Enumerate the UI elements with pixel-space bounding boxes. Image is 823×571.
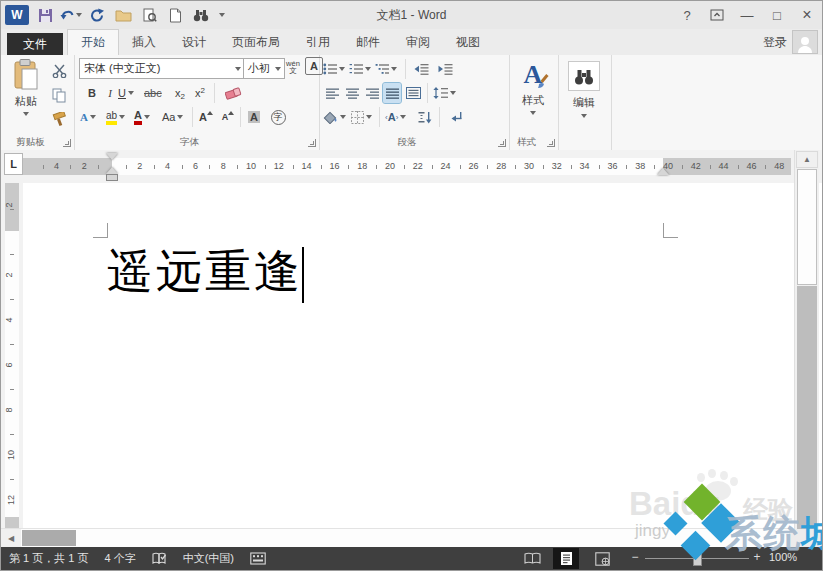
- phonetic-guide-button[interactable]: wén文: [283, 57, 303, 77]
- shading-button[interactable]: [323, 107, 346, 127]
- paragraph-dialog-launcher[interactable]: [498, 139, 506, 147]
- vertical-scroll-track[interactable]: [797, 286, 817, 530]
- input-mode-indicator[interactable]: [250, 552, 266, 565]
- first-line-indent-marker[interactable]: [106, 153, 118, 160]
- paste-label: 粘贴: [15, 94, 37, 109]
- document-text[interactable]: 遥远重逢: [107, 241, 303, 303]
- document-area[interactable]: 224681012 遥远重逢: [1, 183, 822, 531]
- numbering-caret-icon: [365, 67, 371, 71]
- font-name-combo[interactable]: 宋体 (中文正文): [79, 58, 245, 79]
- help-button[interactable]: ?: [672, 1, 702, 29]
- styles-button[interactable]: A 样式: [513, 59, 553, 115]
- distribute-button[interactable]: [403, 83, 423, 103]
- increase-indent-button[interactable]: [435, 59, 455, 79]
- align-right-button[interactable]: [363, 83, 381, 103]
- font-dialog-launcher[interactable]: [308, 139, 316, 147]
- left-indent-marker[interactable]: [107, 175, 117, 180]
- horizontal-scroll-thumb[interactable]: [22, 530, 76, 546]
- word-logo-icon[interactable]: W: [5, 5, 29, 25]
- print-preview-button[interactable]: [137, 4, 161, 26]
- clear-formatting-button[interactable]: [222, 83, 244, 103]
- tab-审阅[interactable]: 审阅: [393, 30, 443, 55]
- web-layout-button[interactable]: [589, 548, 615, 569]
- scroll-up-button[interactable]: ▲: [796, 151, 818, 168]
- zoom-level[interactable]: 100%: [769, 551, 797, 563]
- copy-button[interactable]: [49, 85, 69, 105]
- h-ruler-tick: [43, 165, 44, 169]
- subscript-button[interactable]: x 2: [172, 83, 188, 103]
- word-count[interactable]: 4 个字: [104, 551, 135, 566]
- italic-button[interactable]: I: [102, 83, 118, 103]
- change-case-button[interactable]: Aa: [162, 107, 183, 127]
- open-button[interactable]: [111, 4, 135, 26]
- numbering-button[interactable]: [349, 59, 371, 79]
- line-spacing-button[interactable]: [433, 83, 456, 103]
- grow-font-button[interactable]: A: [198, 107, 214, 127]
- align-left-button[interactable]: [323, 83, 341, 103]
- right-indent-marker[interactable]: [657, 168, 669, 175]
- align-center-button[interactable]: [343, 83, 361, 103]
- language-indicator[interactable]: 中文(中国): [183, 551, 234, 566]
- horizontal-scrollbar[interactable]: ◀: [1, 528, 791, 547]
- sign-in[interactable]: 登录: [763, 29, 818, 55]
- undo-caret-icon[interactable]: [76, 13, 82, 17]
- text-effects-button[interactable]: A: [80, 107, 96, 127]
- new-document-button[interactable]: [163, 4, 187, 26]
- zoom-in-button[interactable]: +: [751, 550, 763, 564]
- tab-引用[interactable]: 引用: [293, 30, 343, 55]
- highlight-color-button[interactable]: ab: [106, 107, 125, 127]
- zoom-slider-thumb[interactable]: [693, 554, 702, 566]
- redo-button[interactable]: [85, 4, 109, 26]
- vertical-scroll-thumb[interactable]: [797, 169, 817, 285]
- editing-button[interactable]: 编辑: [566, 61, 602, 118]
- clipboard-dialog-launcher[interactable]: [63, 139, 71, 147]
- undo-button[interactable]: [59, 4, 83, 26]
- format-painter-button[interactable]: [49, 109, 69, 129]
- borders-button[interactable]: [351, 107, 372, 127]
- tab-file[interactable]: 文件: [7, 33, 63, 55]
- tab-视图[interactable]: 视图: [443, 30, 493, 55]
- tab-邮件[interactable]: 邮件: [343, 30, 393, 55]
- proofing-status[interactable]: [152, 552, 167, 566]
- font-size-combo[interactable]: 小初: [243, 58, 285, 79]
- font-color-button[interactable]: A: [134, 107, 150, 127]
- tab-页面布局[interactable]: 页面布局: [219, 30, 293, 55]
- strikethrough-button[interactable]: abc: [144, 83, 162, 103]
- page-indicator[interactable]: 第 1 页，共 1 页: [9, 551, 88, 566]
- maximize-button[interactable]: □: [762, 1, 792, 29]
- scroll-left-button[interactable]: ◀: [1, 529, 21, 547]
- v-ruler-number: 6: [4, 362, 14, 367]
- tab-设计[interactable]: 设计: [169, 30, 219, 55]
- read-mode-button[interactable]: [519, 548, 545, 569]
- paste-button[interactable]: 粘贴: [7, 59, 45, 116]
- shrink-font-button[interactable]: A: [220, 107, 236, 127]
- cut-button[interactable]: [49, 61, 69, 81]
- shading-caret-icon: [340, 115, 346, 119]
- save-button[interactable]: [33, 4, 57, 26]
- asian-layout-button[interactable]: ‹ A ›: [385, 107, 406, 127]
- enclose-characters-button[interactable]: 字: [270, 107, 286, 127]
- find-button[interactable]: [189, 4, 213, 26]
- minimize-button[interactable]: —: [732, 1, 762, 29]
- tab-插入[interactable]: 插入: [119, 30, 169, 55]
- close-button[interactable]: ×: [792, 1, 822, 29]
- zoom-out-button[interactable]: −: [629, 550, 641, 564]
- print-layout-button[interactable]: [553, 548, 579, 569]
- character-shading-button[interactable]: A: [246, 107, 262, 127]
- vertical-scrollbar[interactable]: ▲ ▼: [794, 150, 819, 549]
- bold-button[interactable]: B: [84, 83, 100, 103]
- customize-qat-button[interactable]: [215, 4, 229, 26]
- justify-button[interactable]: [383, 83, 401, 103]
- superscript-button[interactable]: x 2: [192, 83, 208, 103]
- decrease-indent-button[interactable]: [411, 59, 431, 79]
- sort-button[interactable]: [415, 107, 435, 127]
- bullets-button[interactable]: [323, 59, 345, 79]
- multilevel-list-button[interactable]: [375, 59, 397, 79]
- tab-开始[interactable]: 开始: [67, 29, 119, 55]
- underline-button[interactable]: U: [118, 83, 134, 103]
- tab-stop-selector[interactable]: L: [4, 153, 23, 175]
- show-hide-marks-button[interactable]: [447, 107, 467, 127]
- styles-dialog-launcher[interactable]: [547, 139, 555, 147]
- hanging-indent-marker[interactable]: [106, 167, 118, 174]
- ribbon-display-options-button[interactable]: [702, 1, 732, 29]
